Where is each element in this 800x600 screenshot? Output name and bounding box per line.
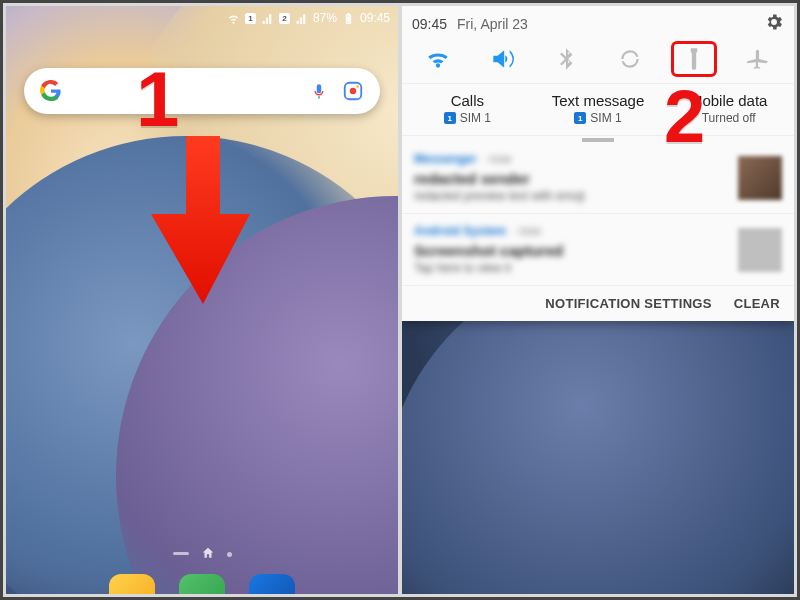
qs-wifi[interactable] <box>415 41 461 77</box>
notif-title: Screenshot captured <box>414 242 728 259</box>
notif-title: redacted sender <box>414 170 728 187</box>
shade-date: Fri, April 23 <box>457 16 528 32</box>
notif-meta: · now <box>483 152 512 166</box>
sim-tiles: Calls 1SIM 1 Text message 1SIM 1 Mobile … <box>402 83 794 136</box>
notif-body: Tap here to view it <box>414 261 728 275</box>
tile-sub: SIM 1 <box>460 111 491 125</box>
swipe-down-arrow-icon <box>148 136 258 306</box>
tile-title: Calls <box>408 92 527 109</box>
notif-app: Android System <box>414 224 506 238</box>
notification-item[interactable]: Android System· now Screenshot captured … <box>402 214 794 286</box>
svg-rect-0 <box>347 16 350 22</box>
tile-sub: SIM 1 <box>590 111 621 125</box>
bluetooth-icon <box>553 46 579 72</box>
battery-icon <box>342 12 355 25</box>
status-bar: 1 2 87% 09:45 <box>6 6 398 30</box>
sim2-badge: 2 <box>279 13 290 24</box>
svg-point-3 <box>356 85 359 88</box>
qs-flashlight[interactable] <box>671 41 717 77</box>
notification-item[interactable]: Messenger· now redacted sender redacted … <box>402 142 794 214</box>
notification-shade[interactable]: 09:45 Fri, April 23 Calls 1SIM 1 <box>402 6 794 321</box>
notif-thumbnail <box>738 156 782 200</box>
sim-chip-icon: 1 <box>444 112 456 124</box>
voice-search-icon[interactable] <box>310 82 328 100</box>
notif-thumbnail <box>738 228 782 272</box>
home-screen-pane: 1 2 87% 09:45 1 <box>6 6 398 594</box>
google-search-bar[interactable] <box>24 68 380 114</box>
sound-icon <box>489 46 515 72</box>
tile-texts[interactable]: Text message 1SIM 1 <box>533 84 664 135</box>
svg-point-2 <box>350 88 356 94</box>
dock-app-2[interactable] <box>179 574 225 594</box>
settings-button[interactable] <box>764 12 784 35</box>
battery-percent: 87% <box>313 11 337 25</box>
tile-calls[interactable]: Calls 1SIM 1 <box>402 84 533 135</box>
google-lens-icon[interactable] <box>342 80 364 102</box>
signal2-icon <box>295 12 308 25</box>
home-indicator-icon <box>201 546 215 560</box>
clock: 09:45 <box>360 11 390 25</box>
clear-button[interactable]: CLEAR <box>734 296 780 311</box>
tutorial-frame: 1 2 87% 09:45 1 <box>3 3 797 597</box>
tile-title: Text message <box>539 92 658 109</box>
google-logo-icon <box>40 80 62 102</box>
shade-time: 09:45 <box>412 16 447 32</box>
tile-sub: Turned off <box>702 111 756 125</box>
qs-bluetooth[interactable] <box>543 41 589 77</box>
gear-icon <box>764 12 784 32</box>
notif-body: redacted preview text with emoji <box>414 189 728 203</box>
signal1-icon <box>261 12 274 25</box>
shade-header: 09:45 Fri, April 23 <box>402 6 794 37</box>
sim-chip-icon: 1 <box>574 112 586 124</box>
shade-actions: NOTIFICATION SETTINGS CLEAR <box>402 286 794 321</box>
quick-settings-row <box>402 37 794 83</box>
flashlight-icon <box>681 46 707 72</box>
qs-sound[interactable] <box>479 41 525 77</box>
dock <box>6 574 398 594</box>
wifi-icon <box>227 12 240 25</box>
qs-airplane[interactable] <box>735 41 781 77</box>
notification-shade-pane: 09:45 Fri, April 23 Calls 1SIM 1 <box>402 6 794 594</box>
notif-meta: · now <box>512 224 541 238</box>
sim1-badge: 1 <box>245 13 256 24</box>
annotation-number-2: 2 <box>664 74 705 159</box>
annotation-number-1: 1 <box>136 54 179 145</box>
airplane-icon <box>745 46 771 72</box>
qs-rotate[interactable] <box>607 41 653 77</box>
wifi-icon <box>425 46 451 72</box>
page-indicator <box>6 546 398 560</box>
notification-settings-button[interactable]: NOTIFICATION SETTINGS <box>545 296 711 311</box>
notif-app: Messenger <box>414 152 477 166</box>
dock-app-3[interactable] <box>249 574 295 594</box>
dock-app-1[interactable] <box>109 574 155 594</box>
auto-rotate-icon <box>617 46 643 72</box>
